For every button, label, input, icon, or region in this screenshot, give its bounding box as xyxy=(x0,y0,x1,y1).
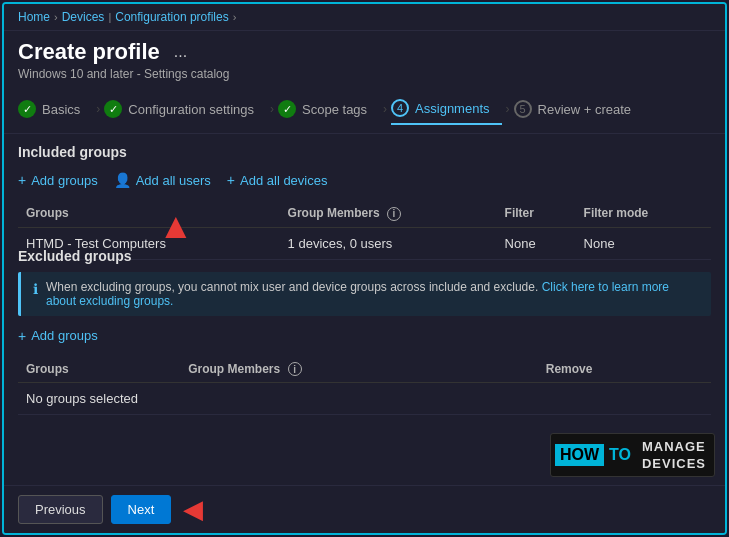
step-configuration-label: Configuration settings xyxy=(128,102,254,117)
add-all-users-label: Add all users xyxy=(136,173,211,188)
excl-members-info-icon[interactable]: i xyxy=(288,362,302,376)
step-scope-label: Scope tags xyxy=(302,102,367,117)
step-sep-3: › xyxy=(383,102,387,116)
step-sep-1: › xyxy=(96,102,100,116)
step-configuration[interactable]: ✓ Configuration settings xyxy=(104,94,266,124)
excl-col-members: Group Members i xyxy=(180,356,538,383)
step-basics-label: Basics xyxy=(42,102,80,117)
excl-col-remove: Remove xyxy=(538,356,711,383)
add-all-devices-icon: + xyxy=(227,172,235,188)
watermark-to: TO xyxy=(604,444,636,466)
excl-col-groups: Groups xyxy=(18,356,180,383)
page-subtitle: Windows 10 and later - Settings catalog xyxy=(18,67,711,81)
ellipsis-button[interactable]: ... xyxy=(168,41,193,63)
watermark-how: HOW xyxy=(555,444,604,466)
breadcrumb-devices[interactable]: Devices xyxy=(62,10,105,24)
add-groups-button[interactable]: + Add groups xyxy=(18,168,98,192)
step-sep-2: › xyxy=(270,102,274,116)
breadcrumb-profiles[interactable]: Configuration profiles xyxy=(115,10,228,24)
col-members: Group Members i xyxy=(280,200,497,227)
step-review-icon: 5 xyxy=(514,100,532,118)
add-groups-icon: + xyxy=(18,172,26,188)
step-basics-icon: ✓ xyxy=(18,100,36,118)
members-info-icon[interactable]: i xyxy=(387,207,401,221)
breadcrumb-home[interactable]: Home xyxy=(18,10,50,24)
step-review[interactable]: 5 Review + create xyxy=(514,94,644,124)
add-excluded-label: Add groups xyxy=(31,328,98,343)
info-box-text: When excluding groups, you cannot mix us… xyxy=(46,280,699,308)
add-all-devices-button[interactable]: + Add all devices xyxy=(227,168,328,192)
excluded-section: Excluded groups ℹ When excluding groups,… xyxy=(18,248,711,416)
page-header: Create profile ... Windows 10 and later … xyxy=(4,31,725,85)
next-button[interactable]: Next xyxy=(111,495,172,524)
previous-button[interactable]: Previous xyxy=(18,495,103,524)
watermark: HOW TO MANAGE DEVICES xyxy=(550,433,715,477)
add-groups-label: Add groups xyxy=(31,173,98,188)
step-assignments[interactable]: 4 Assignments xyxy=(391,93,501,125)
arrow-next-annotation: ◀ xyxy=(183,494,203,525)
step-configuration-icon: ✓ xyxy=(104,100,122,118)
col-groups: Groups xyxy=(18,200,280,227)
no-groups-text: No groups selected xyxy=(18,383,711,415)
exclude-info-box: ℹ When excluding groups, you cannot mix … xyxy=(18,272,711,316)
col-filter-mode: Filter mode xyxy=(576,200,711,227)
table-row-empty: No groups selected xyxy=(18,383,711,415)
add-excluded-icon: + xyxy=(18,328,26,344)
breadcrumb: Home › Devices | Configuration profiles … xyxy=(4,4,725,31)
step-sep-4: › xyxy=(506,102,510,116)
excluded-groups-table: Groups Group Members i Remove No groups … xyxy=(18,356,711,416)
bottom-bar: Previous Next ◀ xyxy=(4,485,725,533)
watermark-devices: DEVICES xyxy=(638,455,710,472)
step-review-label: Review + create xyxy=(538,102,632,117)
breadcrumb-sep1: › xyxy=(54,11,58,23)
info-box-icon: ℹ xyxy=(33,281,38,297)
col-filter: Filter xyxy=(497,200,576,227)
add-all-devices-label: Add all devices xyxy=(240,173,327,188)
included-groups-actions: + Add groups 👤 Add all users + Add all d… xyxy=(18,168,711,192)
main-content: Included groups + Add groups 👤 Add all u… xyxy=(4,134,725,485)
excluded-groups-actions: + Add groups xyxy=(18,324,711,348)
step-scope-icon: ✓ xyxy=(278,100,296,118)
add-all-users-icon: 👤 xyxy=(114,172,131,188)
watermark-manage: MANAGE xyxy=(638,438,710,455)
add-excluded-groups-button[interactable]: + Add groups xyxy=(18,324,98,348)
step-assignments-label: Assignments xyxy=(415,101,489,116)
breadcrumb-sep3: › xyxy=(233,11,237,23)
page-title: Create profile xyxy=(18,39,160,65)
step-basics[interactable]: ✓ Basics xyxy=(18,94,92,124)
step-assignments-icon: 4 xyxy=(391,99,409,117)
breadcrumb-sep2: | xyxy=(108,11,111,23)
included-groups-title: Included groups xyxy=(18,144,711,160)
add-all-users-button[interactable]: 👤 Add all users xyxy=(114,168,211,192)
step-scope[interactable]: ✓ Scope tags xyxy=(278,94,379,124)
steps-bar: ✓ Basics › ✓ Configuration settings › ✓ … xyxy=(4,85,725,134)
